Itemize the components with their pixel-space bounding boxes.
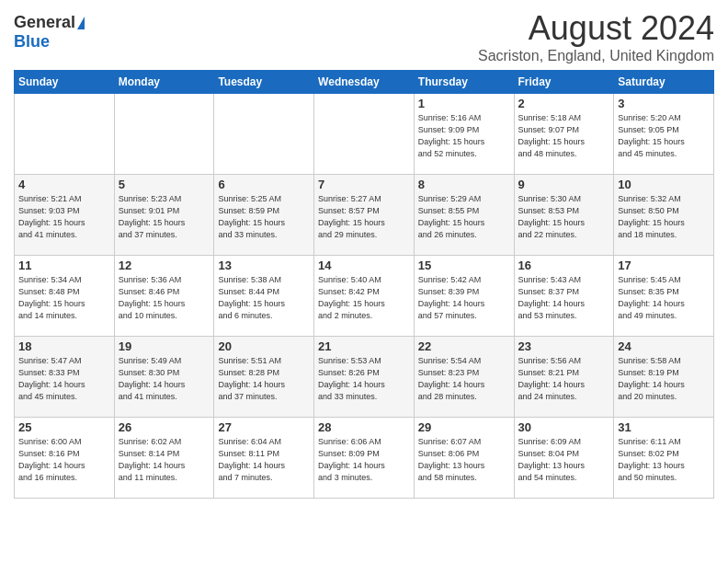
calendar-table: SundayMondayTuesdayWednesdayThursdayFrid… bbox=[14, 70, 714, 499]
title-area: August 2024 Sacriston, England, United K… bbox=[478, 9, 714, 64]
day-cell: 1Sunrise: 5:16 AM Sunset: 9:09 PM Daylig… bbox=[414, 94, 514, 175]
day-number: 10 bbox=[618, 178, 710, 191]
day-number: 20 bbox=[218, 339, 310, 353]
day-cell: 8Sunrise: 5:29 AM Sunset: 8:55 PM Daylig… bbox=[414, 175, 514, 256]
day-number: 4 bbox=[18, 178, 110, 191]
day-cell: 15Sunrise: 5:42 AM Sunset: 8:39 PM Dayli… bbox=[414, 256, 514, 337]
day-info: Sunrise: 5:29 AM Sunset: 8:55 PM Dayligh… bbox=[418, 193, 510, 241]
day-number: 25 bbox=[18, 420, 110, 434]
day-number: 21 bbox=[318, 339, 410, 353]
day-number: 27 bbox=[218, 420, 310, 434]
day-number: 12 bbox=[119, 259, 210, 272]
day-cell: 14Sunrise: 5:40 AM Sunset: 8:42 PM Dayli… bbox=[314, 256, 415, 337]
day-number: 6 bbox=[218, 178, 310, 191]
day-info: Sunrise: 6:06 AM Sunset: 8:09 PM Dayligh… bbox=[318, 436, 410, 484]
day-number: 9 bbox=[518, 178, 610, 191]
day-number: 2 bbox=[518, 97, 610, 110]
header: General Blue August 2024 Sacriston, Engl… bbox=[14, 9, 714, 64]
day-info: Sunrise: 5:38 AM Sunset: 8:44 PM Dayligh… bbox=[218, 274, 310, 322]
day-info: Sunrise: 5:53 AM Sunset: 8:26 PM Dayligh… bbox=[318, 355, 410, 403]
day-cell: 11Sunrise: 5:34 AM Sunset: 8:48 PM Dayli… bbox=[15, 256, 115, 337]
day-info: Sunrise: 5:47 AM Sunset: 8:33 PM Dayligh… bbox=[18, 355, 110, 403]
day-number: 5 bbox=[119, 178, 210, 191]
day-number: 30 bbox=[518, 420, 610, 434]
weekday-header-thursday: Thursday bbox=[414, 71, 514, 94]
weekday-header-monday: Monday bbox=[114, 71, 214, 94]
day-cell: 26Sunrise: 6:02 AM Sunset: 8:14 PM Dayli… bbox=[114, 418, 214, 499]
day-info: Sunrise: 5:40 AM Sunset: 8:42 PM Dayligh… bbox=[318, 274, 410, 322]
day-cell bbox=[15, 94, 115, 175]
day-info: Sunrise: 5:25 AM Sunset: 8:59 PM Dayligh… bbox=[218, 193, 310, 241]
day-info: Sunrise: 5:21 AM Sunset: 9:03 PM Dayligh… bbox=[18, 193, 110, 241]
day-cell: 13Sunrise: 5:38 AM Sunset: 8:44 PM Dayli… bbox=[214, 256, 314, 337]
weekday-header-tuesday: Tuesday bbox=[214, 71, 314, 94]
day-cell: 24Sunrise: 5:58 AM Sunset: 8:19 PM Dayli… bbox=[614, 337, 714, 418]
day-cell: 21Sunrise: 5:53 AM Sunset: 8:26 PM Dayli… bbox=[314, 337, 415, 418]
weekday-header-sunday: Sunday bbox=[15, 71, 115, 94]
day-cell: 5Sunrise: 5:23 AM Sunset: 9:01 PM Daylig… bbox=[114, 175, 214, 256]
day-cell bbox=[214, 94, 314, 175]
day-number: 7 bbox=[318, 178, 410, 191]
day-cell: 16Sunrise: 5:43 AM Sunset: 8:37 PM Dayli… bbox=[514, 256, 614, 337]
day-info: Sunrise: 5:45 AM Sunset: 8:35 PM Dayligh… bbox=[618, 274, 710, 322]
weekday-header-wednesday: Wednesday bbox=[314, 71, 415, 94]
day-info: Sunrise: 5:23 AM Sunset: 9:01 PM Dayligh… bbox=[119, 193, 210, 241]
day-cell: 27Sunrise: 6:04 AM Sunset: 8:11 PM Dayli… bbox=[214, 418, 314, 499]
day-number: 16 bbox=[518, 259, 610, 272]
day-info: Sunrise: 5:18 AM Sunset: 9:07 PM Dayligh… bbox=[518, 112, 610, 160]
day-info: Sunrise: 5:30 AM Sunset: 8:53 PM Dayligh… bbox=[518, 193, 610, 241]
day-number: 22 bbox=[418, 339, 510, 353]
day-number: 11 bbox=[18, 259, 110, 272]
day-number: 18 bbox=[18, 339, 110, 353]
day-cell bbox=[114, 94, 214, 175]
day-number: 13 bbox=[218, 259, 310, 272]
day-number: 1 bbox=[418, 97, 510, 110]
day-cell bbox=[314, 94, 415, 175]
day-cell: 3Sunrise: 5:20 AM Sunset: 9:05 PM Daylig… bbox=[614, 94, 714, 175]
day-info: Sunrise: 6:00 AM Sunset: 8:16 PM Dayligh… bbox=[18, 436, 110, 484]
weekday-header-saturday: Saturday bbox=[614, 71, 714, 94]
day-cell: 2Sunrise: 5:18 AM Sunset: 9:07 PM Daylig… bbox=[514, 94, 614, 175]
day-info: Sunrise: 5:56 AM Sunset: 8:21 PM Dayligh… bbox=[518, 355, 610, 403]
day-number: 28 bbox=[318, 420, 410, 434]
week-row-4: 18Sunrise: 5:47 AM Sunset: 8:33 PM Dayli… bbox=[15, 337, 714, 418]
logo-icon bbox=[77, 17, 85, 29]
day-info: Sunrise: 6:09 AM Sunset: 8:04 PM Dayligh… bbox=[518, 436, 610, 484]
day-info: Sunrise: 5:32 AM Sunset: 8:50 PM Dayligh… bbox=[618, 193, 710, 241]
day-cell: 9Sunrise: 5:30 AM Sunset: 8:53 PM Daylig… bbox=[514, 175, 614, 256]
day-info: Sunrise: 6:02 AM Sunset: 8:14 PM Dayligh… bbox=[119, 436, 210, 484]
day-cell: 22Sunrise: 5:54 AM Sunset: 8:23 PM Dayli… bbox=[414, 337, 514, 418]
day-number: 23 bbox=[518, 339, 610, 353]
day-number: 15 bbox=[418, 259, 510, 272]
day-info: Sunrise: 5:27 AM Sunset: 8:57 PM Dayligh… bbox=[318, 193, 410, 241]
day-info: Sunrise: 5:58 AM Sunset: 8:19 PM Dayligh… bbox=[618, 355, 710, 403]
day-cell: 31Sunrise: 6:11 AM Sunset: 8:02 PM Dayli… bbox=[614, 418, 714, 499]
day-cell: 29Sunrise: 6:07 AM Sunset: 8:06 PM Dayli… bbox=[414, 418, 514, 499]
day-cell: 23Sunrise: 5:56 AM Sunset: 8:21 PM Dayli… bbox=[514, 337, 614, 418]
weekday-header-row: SundayMondayTuesdayWednesdayThursdayFrid… bbox=[15, 71, 714, 94]
day-cell: 7Sunrise: 5:27 AM Sunset: 8:57 PM Daylig… bbox=[314, 175, 415, 256]
logo: General Blue bbox=[14, 9, 85, 52]
day-info: Sunrise: 5:43 AM Sunset: 8:37 PM Dayligh… bbox=[518, 274, 610, 322]
day-info: Sunrise: 5:54 AM Sunset: 8:23 PM Dayligh… bbox=[418, 355, 510, 403]
location-title: Sacriston, England, United Kingdom bbox=[478, 48, 714, 64]
week-row-5: 25Sunrise: 6:00 AM Sunset: 8:16 PM Dayli… bbox=[15, 418, 714, 499]
day-cell: 28Sunrise: 6:06 AM Sunset: 8:09 PM Dayli… bbox=[314, 418, 415, 499]
day-number: 19 bbox=[119, 339, 210, 353]
logo-general-text: General bbox=[14, 13, 75, 32]
day-number: 14 bbox=[318, 259, 410, 272]
day-number: 8 bbox=[418, 178, 510, 191]
day-cell: 18Sunrise: 5:47 AM Sunset: 8:33 PM Dayli… bbox=[15, 337, 115, 418]
week-row-1: 1Sunrise: 5:16 AM Sunset: 9:09 PM Daylig… bbox=[15, 94, 714, 175]
day-number: 26 bbox=[119, 420, 210, 434]
month-title: August 2024 bbox=[478, 9, 714, 48]
day-info: Sunrise: 6:07 AM Sunset: 8:06 PM Dayligh… bbox=[418, 436, 510, 484]
day-info: Sunrise: 6:04 AM Sunset: 8:11 PM Dayligh… bbox=[218, 436, 310, 484]
day-info: Sunrise: 5:42 AM Sunset: 8:39 PM Dayligh… bbox=[418, 274, 510, 322]
day-number: 31 bbox=[618, 420, 710, 434]
day-info: Sunrise: 5:20 AM Sunset: 9:05 PM Dayligh… bbox=[618, 112, 710, 160]
day-cell: 25Sunrise: 6:00 AM Sunset: 8:16 PM Dayli… bbox=[15, 418, 115, 499]
day-cell: 12Sunrise: 5:36 AM Sunset: 8:46 PM Dayli… bbox=[114, 256, 214, 337]
logo-blue-text: Blue bbox=[14, 32, 50, 52]
week-row-2: 4Sunrise: 5:21 AM Sunset: 9:03 PM Daylig… bbox=[15, 175, 714, 256]
